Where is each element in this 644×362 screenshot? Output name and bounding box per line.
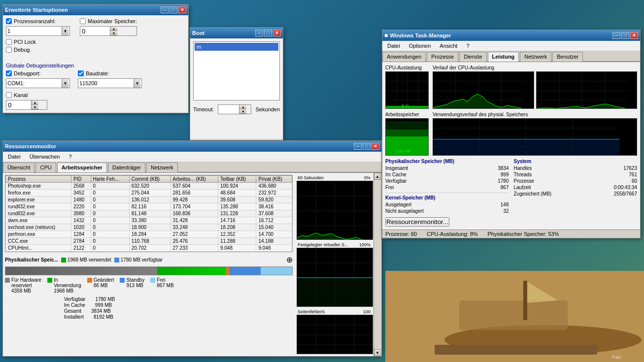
tab-anwendungen[interactable]: Anwendungen bbox=[382, 52, 426, 62]
speicher-label: Maximaler Speicher: bbox=[88, 18, 137, 24]
tab-prozesse[interactable]: Prozesse bbox=[427, 52, 458, 62]
speicher-checkbox[interactable] bbox=[80, 18, 86, 24]
timeout-input[interactable]: 30 bbox=[218, 105, 239, 114]
scrollbar-up[interactable]: ▲ bbox=[374, 173, 381, 180]
table-cell: 3452 bbox=[71, 190, 91, 197]
startoptionen-maximize-button[interactable]: □ bbox=[169, 6, 177, 13]
boot-close-button[interactable]: ✕ bbox=[273, 30, 281, 36]
taskmanager-minimize-button[interactable]: ─ bbox=[612, 32, 620, 39]
table-row[interactable]: explorer.exe14800136.01299.42839.60859.8… bbox=[6, 197, 292, 203]
prozessor-checkbox[interactable] bbox=[6, 18, 12, 24]
tab-ubersicht[interactable]: Übersicht bbox=[3, 163, 34, 172]
ressourcen-menu-datei[interactable]: Datei bbox=[5, 153, 24, 161]
scrollbar-down[interactable]: ▼ bbox=[374, 349, 381, 356]
ressourcen-minimize-button[interactable]: ─ bbox=[354, 143, 362, 150]
tab-benutzer[interactable]: Benutzer bbox=[552, 52, 583, 62]
table-cell: 2122 bbox=[71, 245, 91, 252]
ressourcen-close-button[interactable]: ✕ bbox=[372, 143, 379, 150]
legend-standby-text: Standby 913 MB bbox=[126, 277, 144, 288]
table-cell: 436.680 bbox=[256, 183, 292, 190]
ressourcen-menubar: Datei Überwachen ? bbox=[3, 152, 381, 162]
memory-graphs-row: Arbeitsspeicher 2,00 GB bbox=[385, 112, 637, 156]
prozessor-dropdown-arrow[interactable]: ▼ bbox=[62, 27, 68, 35]
tab-dienste[interactable]: Dienste bbox=[459, 52, 486, 62]
startoptionen-minimize-button[interactable]: ─ bbox=[161, 6, 169, 13]
table-header-row: Prozess PID Harte Feh... Commit (KB) Arb… bbox=[6, 176, 292, 183]
table-row[interactable]: svchost.exe (netsvcs)1020018.90033.24818… bbox=[6, 224, 292, 231]
table-cell: 0 bbox=[91, 183, 129, 190]
hr1 bbox=[385, 193, 509, 193]
tab-arbeitsspeicher[interactable]: Arbeitsspeicher bbox=[57, 163, 107, 172]
boot-listbox[interactable]: m bbox=[193, 41, 280, 100]
startoptionen-close-button[interactable]: ✕ bbox=[178, 6, 186, 13]
table-row[interactable]: rundll32.exe2220082.116173.704135.28838.… bbox=[6, 203, 292, 210]
table-cell: 33.248 bbox=[170, 224, 218, 231]
col-prozess: Prozess bbox=[6, 176, 71, 183]
prozessor-dropdown[interactable]: 1 ▼ bbox=[6, 26, 70, 36]
timeout-spinup[interactable]: ▲ bbox=[239, 105, 246, 109]
table-row[interactable]: firefox.exe34520275.044281.65648.684232.… bbox=[6, 190, 292, 197]
expand-button[interactable]: ⊕ bbox=[286, 255, 293, 264]
tab-datentrager[interactable]: Datenträger bbox=[108, 163, 145, 172]
kanal-spinup[interactable]: ▲ bbox=[32, 100, 38, 105]
ressourcenmonitor-button[interactable]: Ressourcenmonitor... bbox=[385, 217, 449, 227]
tm-handles-label: Handles bbox=[514, 165, 532, 171]
table-cell: 0 bbox=[91, 238, 129, 245]
ressourcen-menu-help[interactable]: ? bbox=[66, 153, 74, 161]
speicher-spinup[interactable]: ▲ bbox=[110, 27, 117, 31]
free-color-box bbox=[114, 258, 119, 263]
debug-checkbox[interactable] bbox=[6, 47, 12, 53]
statusbar-speicher: Physikalischer Speicher: 53% bbox=[488, 231, 559, 237]
ressourcen-maximize-button[interactable]: □ bbox=[363, 143, 371, 150]
col-commit: Commit (KB) bbox=[129, 176, 170, 183]
timeout-spinbox[interactable]: 30 ▲ ▼ bbox=[218, 104, 251, 114]
tm-ausgelagert-row: Ausgelagert 148 bbox=[385, 201, 509, 208]
process-table-scroll[interactable]: Prozess PID Harte Feh... Commit (KB) Arb… bbox=[5, 175, 293, 252]
tab-leistung[interactable]: Leistung bbox=[488, 52, 519, 62]
tab-cpu[interactable]: CPU bbox=[35, 163, 56, 172]
legend-used-text: In Verwendung 1968 MB bbox=[54, 277, 81, 294]
debugport-dropdown[interactable]: COM1: ▼ bbox=[6, 78, 70, 88]
kanal-checkbox[interactable] bbox=[6, 92, 12, 98]
debugport-dropdown-arrow[interactable]: ▼ bbox=[62, 79, 68, 88]
taskmanager-close-button[interactable]: ✕ bbox=[630, 32, 638, 39]
baudrate-checkbox[interactable] bbox=[78, 70, 84, 76]
table-row[interactable]: Photoshop.exe25680632.520537.604100.9244… bbox=[6, 183, 292, 190]
tm-menu-datei[interactable]: Datei bbox=[384, 42, 403, 50]
baudrate-dropdown-arrow[interactable]: ▼ bbox=[134, 79, 140, 88]
boot-minimize-button[interactable]: ─ bbox=[255, 30, 263, 36]
pcilock-label: PCI Lock bbox=[14, 39, 36, 45]
taskmanager-titlebar[interactable]: ■ Windows Task-Manager ─ □ ✕ bbox=[382, 30, 640, 41]
ressourcen-titlebar[interactable]: Ressourcenmonitor ─ □ ✕ bbox=[3, 141, 381, 152]
ressourcen-scrollbar[interactable]: ▲ ▼ bbox=[373, 173, 381, 356]
startoptionen-titlebar[interactable]: Erweiterte Startoptionen ─ □ ✕ bbox=[3, 4, 188, 15]
boot-titlebar[interactable]: Boot ─ □ ✕ bbox=[190, 28, 283, 38]
speicher-spinbox[interactable]: ▲ ▼ bbox=[80, 26, 137, 36]
table-row[interactable]: CPUHtml...2122020.70227.2339.0489.048 bbox=[6, 245, 292, 252]
table-cell: explorer.exe bbox=[6, 197, 71, 203]
table-row[interactable]: dwm.exe1432033.38031.42814.71616.712 bbox=[6, 217, 292, 224]
tm-menu-optionen[interactable]: Optionen bbox=[406, 42, 434, 50]
tab-netzwerk[interactable]: Netzwerk bbox=[146, 163, 178, 172]
taskmanager-maximize-button[interactable]: □ bbox=[621, 32, 629, 39]
ressourcen-menu-uberwachen[interactable]: Überwachen bbox=[27, 153, 63, 161]
pcilock-checkbox[interactable] bbox=[6, 39, 12, 45]
speicher-spindown[interactable]: ▼ bbox=[110, 31, 117, 35]
tm-cache-label: Im Cache bbox=[385, 172, 407, 177]
kanal-spinbox[interactable]: ▲ ▼ bbox=[6, 100, 47, 110]
tm-menu-help[interactable]: ? bbox=[463, 42, 472, 50]
debugport-checkbox[interactable] bbox=[6, 70, 12, 76]
boot-list-item[interactable]: m bbox=[195, 43, 278, 51]
speicher-input[interactable] bbox=[80, 27, 110, 35]
table-row[interactable]: CCC.exe27840110.76825.47611.28814.188 bbox=[6, 238, 292, 245]
tm-insgesamt-label: Insgesamt bbox=[385, 165, 408, 171]
baudrate-dropdown[interactable]: 115200 ▼ bbox=[78, 78, 142, 88]
table-row[interactable]: perfmon.exe1284018.28427.05212.35214.700 bbox=[6, 231, 292, 238]
tab-netzwerk[interactable]: Netzwerk bbox=[520, 52, 551, 62]
timeout-spindown[interactable]: ▼ bbox=[239, 109, 246, 114]
kanal-input[interactable] bbox=[6, 100, 31, 109]
kanal-spindown[interactable]: ▼ bbox=[32, 105, 38, 109]
table-row[interactable]: rundll32.exe3980081.148168.836131.22837.… bbox=[6, 210, 292, 217]
boot-maximize-button[interactable]: □ bbox=[264, 30, 272, 36]
tm-menu-ansicht[interactable]: Ansicht bbox=[437, 42, 460, 50]
